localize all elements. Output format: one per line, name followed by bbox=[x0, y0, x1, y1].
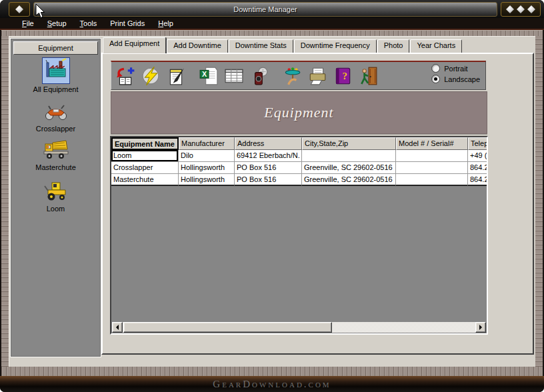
column-header[interactable]: City,State,Zip bbox=[302, 137, 396, 150]
arrow-right-icon bbox=[479, 325, 485, 330]
sidebar-item-masterchute[interactable]: Masterchute bbox=[11, 139, 101, 171]
landscape-option[interactable]: Landscape bbox=[431, 75, 480, 83]
column-header[interactable]: Address bbox=[235, 137, 302, 150]
camera-icon[interactable] bbox=[249, 65, 270, 87]
grid-cell[interactable] bbox=[302, 150, 396, 162]
scrollbar-thumb[interactable] bbox=[123, 322, 332, 333]
equipment-grid: Equipment Name Manufacturer Address City… bbox=[110, 136, 488, 335]
tab-year-charts[interactable]: Year Charts bbox=[410, 39, 462, 53]
menubar: File Setup Tools Print Grids Help bbox=[0, 18, 544, 30]
add-record-icon[interactable] bbox=[115, 65, 136, 87]
column-header[interactable]: Telep bbox=[468, 137, 487, 150]
section-banner: Equipment bbox=[111, 91, 487, 134]
column-header[interactable]: Equipment Name bbox=[111, 137, 179, 150]
exit-door-icon[interactable] bbox=[357, 65, 379, 87]
grid-cell[interactable]: 69412 Eberbach/N. bbox=[235, 150, 302, 162]
grid-cell[interactable]: PO Box 516 bbox=[235, 174, 302, 186]
grid-cell[interactable]: PO Box 516 bbox=[235, 162, 302, 174]
tab-add-downtime[interactable]: Add Downtime bbox=[167, 39, 228, 53]
arrow-left-icon bbox=[113, 325, 119, 330]
sidebar-item-label: Loom bbox=[11, 205, 101, 213]
help-book-icon[interactable]: ? bbox=[332, 65, 353, 87]
maximize-button[interactable] bbox=[517, 5, 525, 13]
title-panel: Downtime Manager bbox=[33, 2, 497, 17]
grid-cell[interactable] bbox=[396, 150, 468, 162]
window-title: Downtime Manager bbox=[233, 5, 297, 13]
grid-cell[interactable]: Hollingsworth bbox=[179, 174, 235, 186]
grid-cell[interactable]: Greenville, SC 29602-0516 bbox=[302, 162, 396, 174]
frame-texture-right bbox=[535, 36, 543, 367]
sidebar-item-label: Masterchute bbox=[11, 163, 101, 171]
scroll-left-button[interactable] bbox=[112, 322, 123, 333]
grid-cell[interactable]: Hollingsworth bbox=[179, 162, 235, 174]
system-menu-button[interactable] bbox=[9, 2, 30, 17]
svg-text:?: ? bbox=[342, 71, 347, 81]
mouse-cursor bbox=[35, 4, 46, 23]
app-window: Downtime Manager File Setup Tools Print … bbox=[0, 0, 544, 392]
tab-downtime-stats[interactable]: Downtime Stats bbox=[229, 39, 293, 53]
landscape-radio[interactable] bbox=[431, 75, 440, 83]
scroll-right-button[interactable] bbox=[475, 322, 486, 333]
banner-title: Equipment bbox=[264, 104, 333, 121]
excel-export-icon[interactable]: X bbox=[198, 65, 219, 87]
sidebar-item-all-equipment[interactable]: All Equipment bbox=[11, 57, 101, 93]
titlebar[interactable]: Downtime Manager bbox=[0, 0, 544, 18]
frame-bottom-border: GearDownload.com bbox=[0, 376, 544, 392]
client-area: Equipment All Equipment bbox=[9, 36, 535, 367]
portrait-radio[interactable] bbox=[431, 64, 440, 73]
serve-tray-icon[interactable] bbox=[281, 65, 303, 87]
window-controls bbox=[501, 2, 541, 17]
printer-icon[interactable] bbox=[307, 65, 328, 87]
toolbar: X bbox=[111, 61, 486, 90]
orientation-group: Portrait Landscape bbox=[431, 64, 480, 83]
watermark-text: GearDownload.com bbox=[213, 379, 331, 390]
factory-icon bbox=[42, 57, 70, 84]
grid-cell[interactable] bbox=[396, 162, 468, 174]
sidebar-item-label: All Equipment bbox=[11, 85, 101, 93]
dump-truck-icon bbox=[43, 139, 69, 163]
main-tabcontrol: Add Equipment Add Downtime Downtime Stat… bbox=[101, 39, 534, 355]
menu-tools[interactable]: Tools bbox=[74, 19, 103, 28]
horizontal-scrollbar[interactable] bbox=[112, 322, 486, 333]
table-row: Crosslapper Hollingsworth PO Box 516 Gre… bbox=[111, 162, 487, 174]
table-grid-icon[interactable] bbox=[223, 65, 245, 87]
tractor-icon bbox=[43, 180, 69, 204]
grid-cell[interactable]: Crosslapper bbox=[111, 162, 179, 174]
landscape-label: Landscape bbox=[444, 75, 480, 83]
grid-cell[interactable]: +49 ( bbox=[468, 150, 487, 162]
menu-help[interactable]: Help bbox=[152, 19, 179, 28]
grid-cell[interactable] bbox=[396, 174, 468, 186]
portrait-label: Portrait bbox=[444, 65, 467, 73]
gem-icon bbox=[15, 5, 23, 13]
tab-add-equipment[interactable]: Add Equipment bbox=[103, 37, 166, 53]
tab-photo[interactable]: Photo bbox=[377, 39, 410, 53]
minimize-button[interactable] bbox=[506, 5, 514, 13]
menu-print-grids[interactable]: Print Grids bbox=[104, 19, 151, 28]
svg-text:X: X bbox=[202, 70, 207, 78]
motorcycle-icon bbox=[43, 103, 69, 124]
grid-cell[interactable]: 864.2 bbox=[468, 174, 487, 186]
table-row: Masterchute Hollingsworth PO Box 516 Gre… bbox=[111, 174, 487, 186]
tab-downtime-frequency[interactable]: Downtime Frequency bbox=[294, 39, 377, 53]
tab-strip: Add Equipment Add Downtime Downtime Stat… bbox=[103, 39, 463, 53]
column-header[interactable]: Manufacturer bbox=[179, 137, 235, 150]
sidebar-item-loom[interactable]: Loom bbox=[11, 180, 101, 213]
tabpage-add-equipment: X bbox=[101, 53, 534, 355]
edit-note-icon[interactable] bbox=[165, 65, 187, 87]
grid-header-row: Equipment Name Manufacturer Address City… bbox=[111, 137, 487, 150]
column-header[interactable]: Model # / Serial# bbox=[396, 137, 468, 150]
grid-cell[interactable]: Loom bbox=[111, 150, 179, 162]
sidebar-item-label: Crosslapper bbox=[11, 125, 101, 133]
frame-texture-left bbox=[1, 36, 9, 367]
portrait-option[interactable]: Portrait bbox=[431, 64, 480, 73]
grid-cell[interactable]: Greenville, SC 29602-0516 bbox=[302, 174, 396, 186]
equipment-sidebar: Equipment All Equipment bbox=[10, 38, 101, 357]
grid-cell[interactable]: 864.2 bbox=[468, 162, 487, 174]
close-button[interactable] bbox=[527, 5, 535, 13]
table-row: Loom Dilo 69412 Eberbach/N. +49 ( bbox=[111, 150, 487, 162]
frame-texture-bottom bbox=[1, 367, 543, 376]
grid-cell[interactable]: Masterchute bbox=[111, 174, 179, 186]
sidebar-item-crosslapper[interactable]: Crosslapper bbox=[11, 103, 101, 133]
grid-cell[interactable]: Dilo bbox=[179, 150, 235, 162]
lightning-icon[interactable] bbox=[140, 65, 161, 87]
